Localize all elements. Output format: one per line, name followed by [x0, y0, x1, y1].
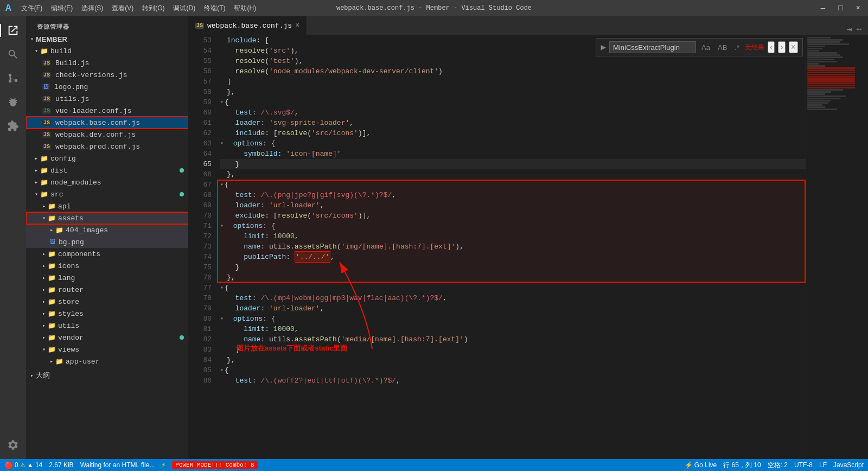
- find-whole-word[interactable]: AB: [716, 42, 729, 53]
- folder-icon: 📁: [48, 262, 56, 270]
- status-spaces[interactable]: 空格: 2: [768, 461, 788, 470]
- tree-label-router: router: [58, 286, 84, 294]
- chevron-down-icon: ▾: [30, 36, 34, 42]
- code-content[interactable]: include: [ resolve('src'), resolve('test…: [216, 35, 806, 459]
- status-encoding[interactable]: UTF-8: [794, 461, 813, 469]
- tree-item-api[interactable]: ▸ 📁 api: [26, 200, 188, 212]
- menu-edit[interactable]: 编辑(E): [48, 3, 76, 14]
- tree-root-member[interactable]: ▾ MEMBER: [26, 33, 188, 45]
- sidebar-title: 资源管理器: [26, 16, 188, 33]
- activity-debug[interactable]: [3, 92, 23, 112]
- tree-item-config[interactable]: ▸ 📁 config: [26, 152, 188, 164]
- status-errors[interactable]: 🔴 0 ⚠ ▲ 14: [4, 461, 42, 469]
- status-lineending[interactable]: LF: [819, 461, 827, 469]
- fold-icon[interactable]: ▾: [220, 221, 224, 231]
- code-token: :: [252, 293, 261, 303]
- tree-item-utils-folder[interactable]: ▸ 📁 utils: [26, 320, 188, 332]
- fold-icon[interactable]: ▾: [220, 97, 224, 107]
- activity-extensions[interactable]: [3, 116, 23, 136]
- tree-item-lang[interactable]: ▸ 📁 lang: [26, 272, 188, 284]
- code-token: assetsPath: [295, 334, 337, 345]
- tree-item-checkversions[interactable]: JS check-versions.js: [26, 69, 188, 81]
- fold-icon[interactable]: ▾: [220, 180, 224, 190]
- folder-icon: 📁: [48, 274, 56, 282]
- minimap-line: [807, 65, 825, 67]
- tree-item-appuser[interactable]: ▸ 📁 app-user: [26, 355, 188, 367]
- code-token: {: [225, 365, 229, 375]
- folder-icon: 📁: [55, 226, 63, 234]
- tree-item-buildjs[interactable]: JS Build.js: [26, 57, 188, 69]
- code-token: (: [265, 46, 269, 56]
- code-token: (: [307, 128, 311, 138]
- activity-git[interactable]: [3, 68, 23, 88]
- tree-item-bgpng[interactable]: 🖼 bg.png: [26, 236, 188, 248]
- tree-item-components[interactable]: ▸ 📁 components: [26, 248, 188, 260]
- menu-file[interactable]: 文件(F): [18, 3, 46, 14]
- code-token: loader: [227, 303, 260, 314]
- tab-close-button[interactable]: ×: [295, 21, 299, 30]
- activity-explorer[interactable]: [3, 21, 23, 40]
- folder-icon: 📁: [48, 322, 56, 330]
- folder-open-icon: 📁: [48, 346, 56, 354]
- find-prev-button[interactable]: ‹: [768, 41, 775, 53]
- tree-item-icons[interactable]: ▸ 📁 icons: [26, 260, 188, 272]
- tree-item-vueloader[interactable]: JS vue-loader.conf.js: [26, 105, 188, 117]
- tree-item-utils[interactable]: JS utils.js: [26, 93, 188, 105]
- code-token: /\.(mp4|webm|ogg|mp3|wav|flac|aac)(\?.*)…: [260, 293, 442, 303]
- menu-view[interactable]: 查看(V): [108, 3, 137, 14]
- find-close-button[interactable]: ×: [789, 41, 798, 53]
- tree-item-vendor[interactable]: ▸ 📁 vendor: [26, 332, 188, 343]
- menu-terminal[interactable]: 终端(T): [201, 3, 228, 14]
- tree-item-dist[interactable]: ▸ 📁 dist: [26, 164, 188, 176]
- code-token: :: [252, 375, 261, 386]
- minimap-line: [807, 89, 843, 91]
- tree-item-views[interactable]: ▾ 📁 views: [26, 343, 188, 355]
- menu-help[interactable]: 帮助(H): [231, 3, 259, 14]
- status-position[interactable]: 行 65，列 10: [723, 461, 761, 470]
- tree-item-assets[interactable]: ▾ 📁 assets: [26, 212, 188, 224]
- close-button[interactable]: ×: [854, 4, 863, 12]
- tree-item-store[interactable]: ▸ 📁 store: [26, 296, 188, 308]
- menu-goto[interactable]: 转到(G): [139, 3, 168, 14]
- find-next-button[interactable]: ›: [778, 41, 785, 53]
- menu-select[interactable]: 选择(S): [78, 3, 106, 14]
- tree-label-utils-folder: utils: [58, 322, 79, 330]
- fold-icon[interactable]: ▾: [220, 283, 224, 293]
- go-live-button[interactable]: ⚡ Go Live: [685, 461, 717, 469]
- inline-highlighted-token: '../../': [295, 251, 330, 263]
- code-line: loader: 'url-loader',: [220, 303, 806, 314]
- minimap-line: [807, 72, 855, 73]
- code-token: loader: [227, 118, 260, 128]
- tree-item-webpackdev[interactable]: JS webpack.dev.conf.js: [26, 129, 188, 141]
- split-editor-icon[interactable]: ⇥: [847, 24, 852, 35]
- activity-settings[interactable]: [3, 435, 23, 455]
- fold-icon[interactable]: ▾: [220, 314, 224, 324]
- maximize-button[interactable]: □: [836, 4, 845, 12]
- status-filesize[interactable]: 2.67 KiB: [49, 461, 73, 469]
- tree-item-webpackbase[interactable]: JS webpack.base.conf.js: [26, 117, 188, 129]
- more-actions-icon[interactable]: ⋯: [856, 24, 861, 35]
- find-match-case[interactable]: Aa: [699, 42, 712, 53]
- menu-debug[interactable]: 调试(D): [170, 3, 199, 14]
- tree-item-src[interactable]: ▾ 📁 src: [26, 188, 188, 200]
- code-token: 'img/[name].[hash:7].[ext]': [341, 241, 456, 252]
- find-regex[interactable]: .*: [732, 42, 742, 53]
- tree-label-vueloader: vue-loader.conf.js: [55, 107, 131, 115]
- tree-item-router[interactable]: ▸ 📁 router: [26, 284, 188, 296]
- tree-item-styles[interactable]: ▸ 📁 styles: [26, 308, 188, 320]
- activity-search[interactable]: [3, 44, 23, 64]
- fold-icon[interactable]: ▾: [220, 365, 224, 375]
- code-token: test: [227, 293, 252, 303]
- tree-item-outline[interactable]: ▸ 大纲: [26, 370, 188, 381]
- minimize-button[interactable]: —: [819, 4, 827, 12]
- tree-item-build[interactable]: ▾ 📁 build: [26, 45, 188, 57]
- minimap-line: [807, 56, 843, 58]
- fold-icon[interactable]: ▾: [220, 138, 224, 149]
- tree-item-404images[interactable]: ▸ 📁 404_images: [26, 224, 188, 236]
- tree-item-nodemodules[interactable]: ▸ 📁 node_modules: [26, 176, 188, 188]
- status-language[interactable]: JavaScript: [833, 461, 864, 469]
- tab-webpackbase[interactable]: JS webpack.base.conf.js ×: [189, 16, 307, 35]
- tree-item-webpackprod[interactable]: JS webpack.prod.conf.js: [26, 141, 188, 152]
- find-input[interactable]: [609, 41, 696, 53]
- tree-item-logo[interactable]: 🖼 logo.png: [26, 81, 188, 93]
